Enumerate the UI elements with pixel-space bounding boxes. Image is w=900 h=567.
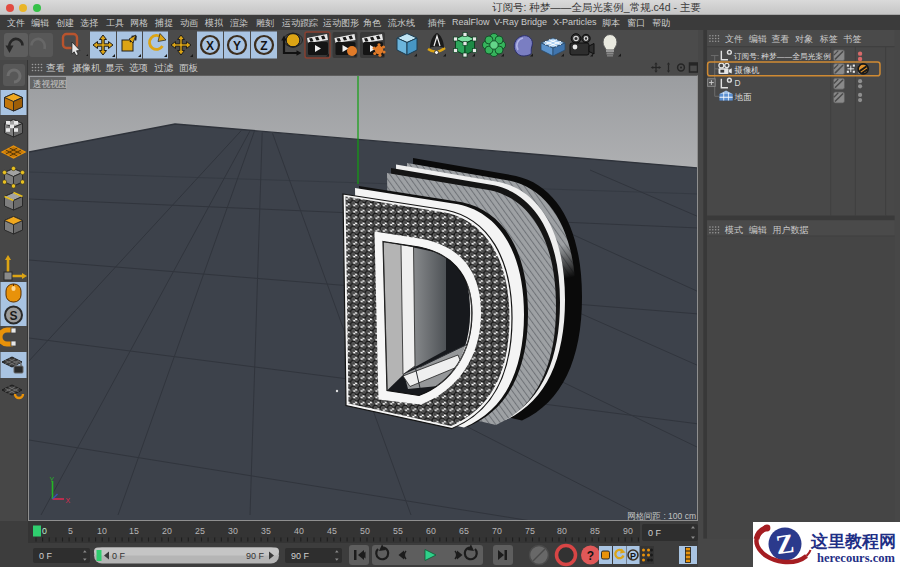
- svg-text:网格间距 : 100 cm: 网格间距 : 100 cm: [627, 511, 696, 521]
- svg-text:Z: Z: [260, 39, 267, 53]
- svg-text:?: ?: [587, 549, 594, 563]
- svg-text:文件: 文件: [725, 34, 743, 44]
- svg-text:80: 80: [557, 526, 567, 536]
- svg-text:查看: 查看: [772, 34, 790, 44]
- svg-text:用户数据: 用户数据: [772, 225, 808, 235]
- svg-text:60: 60: [426, 526, 436, 536]
- svg-text:90 F: 90 F: [246, 551, 265, 561]
- svg-text:15: 15: [129, 526, 139, 536]
- svg-text:0 F: 0 F: [112, 551, 126, 561]
- svg-text:Y: Y: [233, 39, 241, 53]
- svg-text:S: S: [9, 309, 17, 323]
- svg-text:编辑: 编辑: [749, 225, 767, 235]
- svg-text:X: X: [206, 39, 214, 53]
- svg-text:45: 45: [327, 526, 337, 536]
- svg-text:90: 90: [623, 526, 633, 536]
- svg-text:D: D: [735, 78, 741, 88]
- svg-text:55: 55: [393, 526, 403, 536]
- svg-text:P: P: [630, 551, 636, 561]
- svg-text:70: 70: [492, 526, 502, 536]
- svg-text:编辑: 编辑: [749, 34, 767, 44]
- svg-text:0 F: 0 F: [39, 551, 53, 561]
- svg-text:50: 50: [360, 526, 370, 536]
- svg-text:标签: 标签: [819, 34, 838, 44]
- svg-text:对象: 对象: [794, 34, 813, 44]
- svg-text:65: 65: [459, 526, 469, 536]
- svg-text:摄像机: 摄像机: [734, 65, 760, 75]
- svg-text:Y: Y: [50, 476, 55, 483]
- svg-text:25: 25: [195, 526, 205, 536]
- svg-text:透视视图: 透视视图: [33, 79, 67, 89]
- svg-text:35: 35: [261, 526, 271, 536]
- svg-text:20: 20: [162, 526, 172, 536]
- svg-text:90 F: 90 F: [291, 551, 310, 561]
- svg-text:书签: 书签: [843, 34, 862, 44]
- svg-text:85: 85: [590, 526, 600, 536]
- svg-text:75: 75: [525, 526, 535, 536]
- svg-text:5: 5: [68, 526, 73, 536]
- svg-text:地面: 地面: [734, 92, 752, 102]
- svg-text:0: 0: [42, 526, 47, 536]
- svg-text:30: 30: [228, 526, 238, 536]
- svg-text:herecours.com: herecours.com: [817, 551, 895, 565]
- svg-text:X: X: [66, 497, 71, 504]
- svg-text:40: 40: [294, 526, 304, 536]
- svg-text:模式: 模式: [724, 225, 743, 235]
- svg-text:0 F: 0 F: [648, 528, 662, 538]
- svg-text:订阅号: 种梦——全局光案例: 订阅号: 种梦——全局光案例: [734, 52, 832, 61]
- svg-text:10: 10: [97, 526, 107, 536]
- svg-text:这里教程网: 这里教程网: [810, 532, 896, 551]
